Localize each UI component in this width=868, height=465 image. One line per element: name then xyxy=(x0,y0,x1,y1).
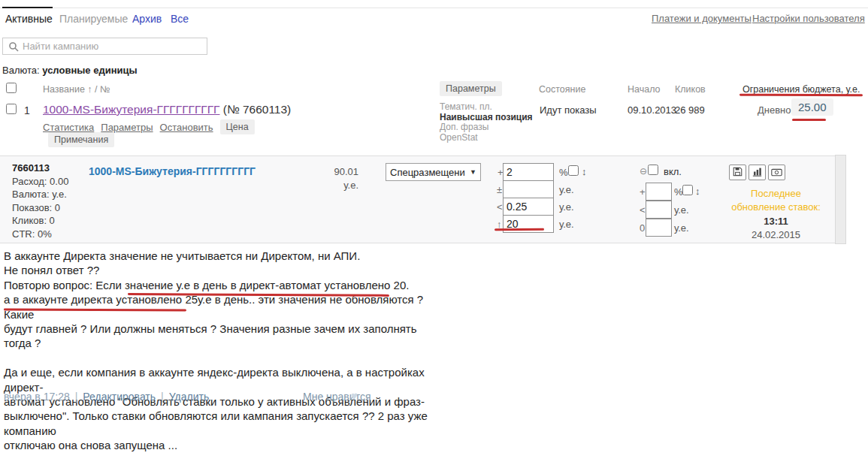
last-update-line2: обновление ставок: xyxy=(721,201,830,214)
statistics-icon xyxy=(752,166,762,180)
currency-line: Валюта: условные единицы xyxy=(2,65,138,76)
panel-stat-line: Расход: 0.00 xyxy=(12,175,68,189)
params-button-label: Параметры xyxy=(440,81,502,96)
annotation-underline-budget-value xyxy=(792,119,826,121)
row-checkbox[interactable] xyxy=(6,104,17,114)
yandex-direct-campaigns-page: Активные Планируемые Архив Все Платежи и… xyxy=(0,0,868,465)
price-button[interactable]: Цена xyxy=(220,119,255,134)
panel-campaign-name-link[interactable]: 1000-MS-Бижутерия-ГГГГГГГГГГ xyxy=(89,165,256,177)
search-icon xyxy=(8,41,20,56)
tab-all[interactable]: Все xyxy=(171,13,189,25)
user-settings-link[interactable]: Настройки пользователя xyxy=(752,13,865,24)
tabs-divider xyxy=(0,8,868,8)
tab-active-campaigns[interactable]: Активные xyxy=(5,13,53,25)
parameters-link[interactable]: Параметры xyxy=(101,122,153,133)
bid-prefix: ± xyxy=(497,184,502,195)
panel-campaign-id: 7660113 xyxy=(12,162,68,175)
search-input[interactable] xyxy=(23,39,203,53)
secondary-max-input[interactable] xyxy=(646,219,672,237)
save-button[interactable] xyxy=(729,165,746,180)
bid-prefix: < xyxy=(497,201,503,213)
stepper-arrows-icon[interactable]: ↕ xyxy=(582,166,587,177)
params-line: Тематич. пл. xyxy=(440,102,533,113)
tab-archive[interactable]: Архив xyxy=(132,13,162,25)
panel-stat-line: Кликов: 0 xyxy=(12,214,68,228)
comment-line: Не понял ответ ?? xyxy=(4,263,436,277)
row-index: 1 xyxy=(24,104,30,116)
bid-prefix: 0 xyxy=(640,222,645,234)
secondary-enable-checkbox[interactable] xyxy=(648,165,658,175)
last-update-block: Последнее обновление ставок: 13:11 24.02… xyxy=(721,187,830,242)
comment-line: а в аккаунте директа установлено 25у.е в… xyxy=(4,292,436,322)
bid-percent-checkbox[interactable] xyxy=(568,165,579,176)
bid-suffix: % xyxy=(559,167,568,178)
secondary-percent-input[interactable] xyxy=(646,183,672,201)
column-header-clicks: Кликов xyxy=(675,84,706,95)
panel-stat-line: CTR: 0% xyxy=(12,228,68,241)
daily-budget-value[interactable]: 25.00 xyxy=(791,98,833,116)
placement-select[interactable]: Спецразмещени ▼ xyxy=(386,163,481,181)
campaign-number: (№ 7660113) xyxy=(223,103,291,116)
bid-suffix: у.е. xyxy=(559,219,574,230)
comment-line: выключено". Только ставки обновляются ил… xyxy=(4,409,436,438)
secondary-percent-checkbox[interactable] xyxy=(682,185,693,195)
separator: | xyxy=(75,391,78,403)
panel-stat-line: Валюта: у.е. xyxy=(12,188,68,201)
heart-icon[interactable]: ♥ xyxy=(351,389,358,402)
annotation-underline-budget-header xyxy=(739,94,863,97)
last-update-time: 13:11 xyxy=(721,215,830,228)
panel-scrollbar[interactable] xyxy=(835,155,846,244)
money-button[interactable] xyxy=(768,165,785,180)
notes-button[interactable]: Примечания xyxy=(48,132,114,147)
panel-balance: 90.01 у.е. xyxy=(323,165,358,192)
currency-value: условные единицы xyxy=(42,65,137,76)
stop-link[interactable]: Остановить xyxy=(160,122,213,133)
enable-label: вкл. xyxy=(664,166,682,177)
like-link[interactable]: Мне нравится xyxy=(303,391,370,403)
comment-line: Повторю вопрос: Если значение у.е в день… xyxy=(4,278,436,292)
bid-delta-input[interactable] xyxy=(503,180,554,198)
params-line: Наивысшая позиция xyxy=(440,113,533,123)
campaign-clicks: 26 989 xyxy=(675,104,705,116)
delete-link[interactable]: Удалить xyxy=(169,391,209,403)
comment-line: отключаю она снова запущена ... xyxy=(4,438,436,452)
money-icon xyxy=(771,166,782,180)
bid-percent-input[interactable] xyxy=(503,163,554,181)
campaign-name-link[interactable]: 1000-MS-Бижутерия-ГГГГГГГГГГ xyxy=(43,103,220,116)
currency-label: Валюта: xyxy=(2,65,40,76)
secondary-min-input[interactable] xyxy=(646,201,672,219)
tab-planned-campaigns[interactable]: Планируемые xyxy=(59,13,128,25)
last-update-line1: Последнее xyxy=(721,187,830,201)
column-header-params-button[interactable]: Параметры xyxy=(440,81,502,96)
edit-link[interactable]: Редактировать xyxy=(83,391,156,403)
comment-line: В аккаунте Директа значение не учитывает… xyxy=(4,249,436,263)
bid-suffix: у.е. xyxy=(559,184,574,195)
statistics-link[interactable]: Статистика xyxy=(43,122,94,133)
collapse-circle-icon[interactable]: ⊖ xyxy=(640,166,647,177)
payments-documents-link[interactable]: Платежи и документы xyxy=(652,13,752,24)
statistics-button[interactable] xyxy=(749,165,766,180)
select-all-checkbox[interactable] xyxy=(6,83,17,93)
bid-suffix: у.е. xyxy=(559,201,574,213)
bid-suffix: у.е. xyxy=(674,222,689,234)
bid-suffix: % xyxy=(674,186,683,198)
bid-min-input[interactable] xyxy=(503,198,554,216)
campaign-state: Идут показы xyxy=(540,104,597,116)
comment-line xyxy=(4,351,436,365)
stepper-arrows-icon[interactable]: ↕ xyxy=(695,186,700,197)
column-header-name[interactable]: Название ↑ / № xyxy=(43,84,110,95)
balance-currency: у.е. xyxy=(323,179,358,192)
placement-select-value: Спецразмещени xyxy=(390,167,467,178)
campaign-title: 1000-MS-Бижутерия-ГГГГГГГГГГ (№ 7660113) xyxy=(43,103,291,116)
comment-footer: вчера в 17:28 | Редактировать | Удалить xyxy=(4,391,209,403)
active-tab-indicator xyxy=(2,7,53,8)
balance-amount: 90.01 xyxy=(323,165,358,179)
notes-button-wrap: Примечания xyxy=(48,132,114,147)
panel-stat-line: Показов: 0 xyxy=(12,201,68,215)
save-icon xyxy=(733,166,742,180)
bid-prefix: < xyxy=(640,204,646,216)
comment-timestamp: вчера в 17:28 xyxy=(4,391,70,403)
panel-stats: 7660113 Расход: 0.00 Валюта: у.е. Показо… xyxy=(12,162,68,241)
chevron-down-icon: ▼ xyxy=(470,168,476,176)
bid-prefix: + xyxy=(640,186,646,198)
